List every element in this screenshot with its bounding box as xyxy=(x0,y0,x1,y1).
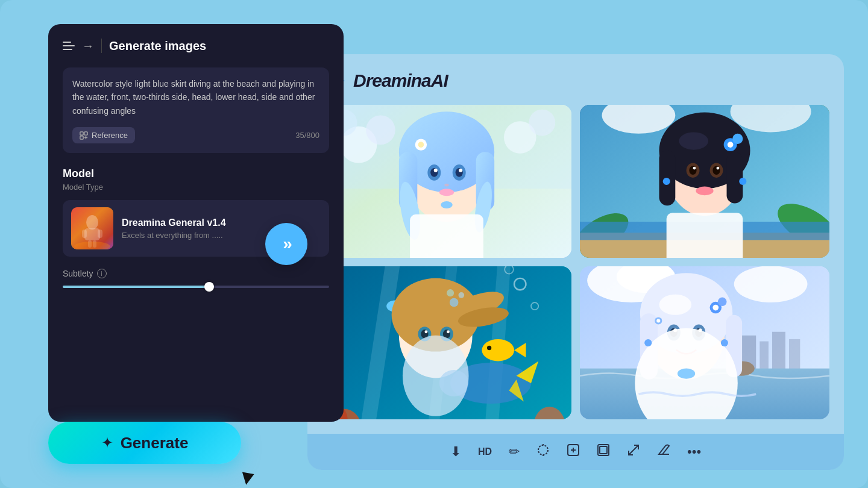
svg-rect-105 xyxy=(772,332,785,372)
svg-rect-62 xyxy=(667,213,743,258)
image-4-svg xyxy=(580,266,829,419)
images-grid xyxy=(322,105,829,419)
svg-point-63 xyxy=(663,178,670,185)
slider-track[interactable] xyxy=(63,286,329,288)
svg-rect-50 xyxy=(727,152,743,203)
svg-point-117 xyxy=(718,298,727,307)
menu-icon[interactable] xyxy=(63,42,75,50)
svg-rect-2 xyxy=(80,136,83,139)
download-icon[interactable]: ⬇ xyxy=(450,444,461,460)
svg-line-139 xyxy=(629,445,638,455)
panel-title: Generate images xyxy=(109,39,206,53)
image-3-svg xyxy=(322,266,571,419)
generate-button[interactable]: ✦ Generate xyxy=(48,422,241,464)
slider-fill xyxy=(63,286,209,288)
generate-label: Generate xyxy=(121,434,189,452)
image-cell-3[interactable] xyxy=(322,266,571,419)
svg-point-131 xyxy=(538,445,548,455)
image-1-svg xyxy=(322,105,571,258)
svg-point-6 xyxy=(86,215,98,230)
brand-header: DreaminaAI xyxy=(322,69,829,93)
svg-point-88 xyxy=(424,330,427,333)
image-2-svg xyxy=(580,105,829,258)
svg-point-64 xyxy=(739,178,746,185)
svg-point-118 xyxy=(712,305,719,311)
svg-rect-35 xyxy=(410,214,483,258)
more-options-icon[interactable]: ••• xyxy=(687,444,701,460)
resize-icon[interactable] xyxy=(627,443,640,460)
chevron-right-icon: » xyxy=(283,234,290,254)
image-cell-4[interactable] xyxy=(580,266,829,419)
svg-point-61 xyxy=(696,187,713,196)
subtlety-info-icon[interactable]: i xyxy=(97,269,107,278)
svg-point-59 xyxy=(693,167,696,170)
left-panel: → Generate images Watercolor style light… xyxy=(48,24,344,422)
svg-point-38 xyxy=(418,142,424,148)
svg-rect-1 xyxy=(84,132,87,135)
svg-point-74 xyxy=(487,346,491,350)
svg-point-72 xyxy=(482,339,514,361)
bottom-toolbar: ⬇ HD ✏ xyxy=(307,434,844,470)
cursor xyxy=(240,472,254,486)
model-type-label: Model Type xyxy=(63,183,329,192)
svg-point-36 xyxy=(441,201,452,208)
model-label: Model xyxy=(63,167,329,180)
prompt-box[interactable]: Watercolor style light blue skirt diving… xyxy=(63,67,329,153)
svg-point-101 xyxy=(734,266,808,302)
char-count: 35/800 xyxy=(295,131,319,140)
svg-rect-9 xyxy=(98,230,102,238)
prompt-text: Watercolor style light blue skirt diving… xyxy=(72,77,319,117)
svg-point-33 xyxy=(444,184,448,187)
svg-point-120 xyxy=(656,319,660,322)
prompt-footer: Reference 35/800 xyxy=(72,127,319,143)
svg-rect-0 xyxy=(80,132,83,135)
model-thumbnail xyxy=(71,207,113,249)
generate-star-icon: ✦ xyxy=(101,434,113,451)
frame-icon[interactable] xyxy=(597,443,610,460)
main-scene: → Generate images Watercolor style light… xyxy=(0,0,868,488)
subtlety-section: Subtlety i xyxy=(63,269,329,288)
svg-point-60 xyxy=(716,167,719,170)
reference-button[interactable]: Reference xyxy=(72,127,135,143)
magic-select-icon[interactable] xyxy=(536,443,550,460)
right-panel: DreaminaAI xyxy=(307,54,844,470)
image-cell-1[interactable] xyxy=(322,105,571,258)
svg-rect-104 xyxy=(760,342,769,372)
svg-point-89 xyxy=(447,330,450,333)
hd-button[interactable]: HD xyxy=(478,446,492,457)
svg-point-34 xyxy=(439,189,454,196)
image-cell-2[interactable] xyxy=(580,105,829,258)
svg-rect-138 xyxy=(600,446,607,454)
expand-icon[interactable]: → xyxy=(82,39,94,53)
arrow-button[interactable]: » xyxy=(265,223,307,265)
svg-point-82 xyxy=(458,292,464,298)
subtlety-label: Subtlety i xyxy=(63,269,329,278)
svg-point-115 xyxy=(659,295,692,315)
svg-point-129 xyxy=(644,339,652,346)
slider-thumb[interactable] xyxy=(204,282,214,292)
brand-name: DreaminaAI xyxy=(353,70,448,91)
svg-point-53 xyxy=(732,134,743,144)
svg-point-81 xyxy=(450,298,459,307)
panel-header: → Generate images xyxy=(63,39,329,53)
reference-label: Reference xyxy=(92,131,128,140)
svg-rect-8 xyxy=(82,230,87,238)
svg-point-54 xyxy=(728,142,734,148)
svg-point-31 xyxy=(434,169,438,172)
svg-rect-106 xyxy=(789,339,800,372)
svg-point-83 xyxy=(447,289,454,296)
svg-point-51 xyxy=(679,132,708,149)
svg-point-130 xyxy=(721,339,728,346)
header-divider xyxy=(101,39,102,53)
reference-icon xyxy=(80,131,88,140)
wand-icon[interactable]: ✏ xyxy=(509,444,520,460)
svg-point-32 xyxy=(459,169,462,172)
svg-point-97 xyxy=(403,336,469,416)
add-to-canvas-icon[interactable] xyxy=(567,443,580,460)
eraser-icon[interactable] xyxy=(657,443,670,460)
svg-point-128 xyxy=(678,369,695,379)
